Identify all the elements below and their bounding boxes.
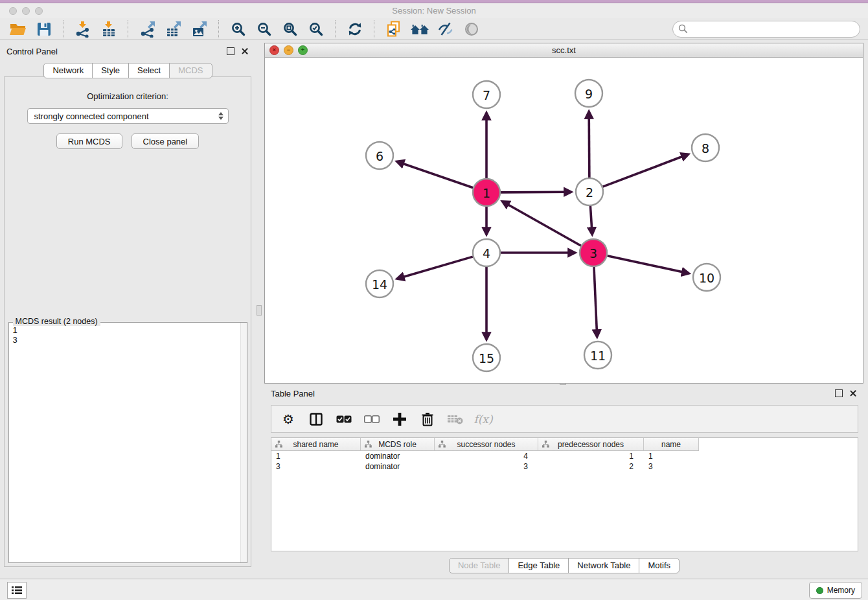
- node-label: 2: [586, 185, 593, 200]
- view-toggle-icon[interactable]: [462, 19, 481, 39]
- edge-1-6[interactable]: [397, 161, 473, 187]
- node-9[interactable]: 9: [575, 80, 602, 107]
- node-14[interactable]: 14: [366, 270, 393, 297]
- close-table-panel-icon[interactable]: [849, 389, 857, 397]
- home-icon[interactable]: [410, 19, 429, 39]
- import-table-icon[interactable]: [99, 19, 119, 39]
- tab-network-table[interactable]: Network Table: [568, 558, 639, 573]
- node-4[interactable]: 4: [473, 239, 500, 266]
- column-header-predecessor-nodes[interactable]: predecessor nodes: [538, 438, 644, 450]
- column-header-label: MCDS role: [378, 440, 417, 449]
- select-all-rows-icon[interactable]: [336, 411, 352, 427]
- column-header-MCDS-role[interactable]: MCDS role: [361, 438, 435, 450]
- refresh-layout-icon[interactable]: [345, 19, 365, 39]
- frame-close-icon[interactable]: ×: [269, 45, 279, 55]
- task-history-button[interactable]: [7, 582, 27, 599]
- tab-network[interactable]: Network: [43, 63, 93, 78]
- search-icon: [678, 24, 688, 36]
- zoom-fit-icon[interactable]: [280, 19, 300, 39]
- table-toolbar: ⚙ f(x): [271, 405, 858, 433]
- edge-3-1[interactable]: [503, 202, 581, 246]
- mcds-panel-body: Optimization criterion: strongly connect…: [4, 76, 251, 567]
- memory-button[interactable]: Memory: [809, 582, 862, 599]
- save-session-icon[interactable]: [34, 19, 54, 39]
- hide-details-icon[interactable]: [436, 19, 455, 39]
- column-layout-icon[interactable]: [308, 411, 324, 427]
- node-1[interactable]: 1: [473, 179, 500, 206]
- cell-predecessor-nodes[interactable]: 1: [538, 452, 644, 461]
- column-header-shared-name[interactable]: shared name: [271, 438, 361, 450]
- node-7[interactable]: 7: [473, 81, 500, 108]
- close-panel-icon[interactable]: [241, 47, 249, 55]
- export-image-icon[interactable]: [190, 19, 209, 39]
- tab-node-table[interactable]: Node Table: [449, 558, 510, 573]
- float-panel-icon[interactable]: [227, 47, 234, 55]
- import-network-icon[interactable]: [73, 19, 93, 39]
- table-row-2[interactable]: 3dominator323: [271, 461, 858, 472]
- column-header-label: shared name: [293, 440, 338, 449]
- cell-predecessor-nodes[interactable]: 2: [538, 462, 644, 471]
- node-label: 1: [483, 186, 490, 200]
- cell-successor-nodes[interactable]: 3: [435, 462, 538, 471]
- zoom-in-icon[interactable]: [229, 19, 248, 39]
- vertical-splitter-handle[interactable]: [257, 305, 262, 316]
- table-row-1[interactable]: 1dominator411: [271, 451, 858, 461]
- network-frame-titlebar[interactable]: scc.txt × − +: [265, 43, 863, 58]
- close-panel-button[interactable]: Close panel: [131, 133, 200, 149]
- zoom-out-icon[interactable]: [255, 19, 274, 39]
- result-scrollbar[interactable]: [240, 323, 247, 562]
- deselect-all-rows-icon[interactable]: [364, 411, 380, 427]
- node-label: 11: [590, 349, 606, 363]
- frame-maximize-icon[interactable]: +: [298, 45, 308, 55]
- cell-successor-nodes[interactable]: 4: [435, 452, 538, 461]
- node-15[interactable]: 15: [473, 344, 500, 371]
- add-row-icon[interactable]: [392, 411, 407, 427]
- node-3[interactable]: 3: [580, 239, 607, 266]
- cell-name[interactable]: 3: [644, 462, 699, 471]
- mcds-result-text[interactable]: 1 3: [9, 324, 240, 562]
- delete-row-trash-icon[interactable]: [420, 411, 435, 427]
- node-8[interactable]: 8: [692, 134, 719, 161]
- float-table-panel-icon[interactable]: [835, 389, 843, 397]
- node-2[interactable]: 2: [576, 178, 603, 205]
- status-bar: Memory: [0, 579, 868, 600]
- column-header-successor-nodes[interactable]: successor nodes: [435, 438, 538, 450]
- node-6[interactable]: 6: [366, 142, 393, 169]
- cell-name[interactable]: 1: [644, 452, 699, 461]
- edge-3-10[interactable]: [607, 256, 688, 273]
- node-label: 7: [483, 88, 490, 102]
- table-settings-gear-icon[interactable]: ⚙: [280, 411, 296, 427]
- frame-minimize-icon[interactable]: −: [284, 45, 293, 55]
- edge-3-11[interactable]: [594, 267, 597, 336]
- edge-4-14[interactable]: [398, 257, 473, 279]
- export-network-icon[interactable]: [138, 19, 157, 39]
- run-mcds-button[interactable]: Run MCDS: [56, 133, 122, 149]
- cell-shared-name[interactable]: 3: [271, 462, 361, 471]
- node-10[interactable]: 10: [693, 264, 720, 291]
- edge-2-8[interactable]: [603, 154, 688, 187]
- edge-2-3[interactable]: [590, 206, 592, 234]
- criterion-dropdown[interactable]: strongly connected component: [27, 108, 229, 124]
- cell-MCDS-role[interactable]: dominator: [361, 462, 435, 471]
- search-input[interactable]: [672, 21, 860, 38]
- edge-2-9[interactable]: [589, 112, 589, 178]
- cell-shared-name[interactable]: 1: [271, 452, 361, 461]
- node-table: shared nameMCDS rolesuccessor nodesprede…: [271, 437, 858, 551]
- tab-motifs[interactable]: Motifs: [639, 558, 680, 573]
- tab-mcds[interactable]: MCDS: [169, 63, 212, 78]
- open-file-icon[interactable]: [8, 19, 28, 39]
- export-table-icon[interactable]: [164, 19, 183, 39]
- cell-MCDS-role[interactable]: dominator: [361, 452, 435, 461]
- edge-1-2[interactable]: [501, 192, 571, 192]
- zoom-selected-icon[interactable]: [306, 19, 326, 39]
- tab-edge-table[interactable]: Edge Table: [508, 558, 569, 573]
- node-label: 3: [589, 246, 597, 260]
- node-label: 8: [702, 141, 709, 156]
- tab-style[interactable]: Style: [92, 63, 129, 78]
- graph-canvas[interactable]: 1234678910111415: [265, 57, 863, 383]
- node-label: 6: [376, 149, 383, 163]
- column-header-name[interactable]: name: [644, 438, 699, 450]
- node-11[interactable]: 11: [584, 341, 611, 369]
- tab-select[interactable]: Select: [128, 63, 170, 78]
- duplicate-network-icon[interactable]: [384, 19, 404, 39]
